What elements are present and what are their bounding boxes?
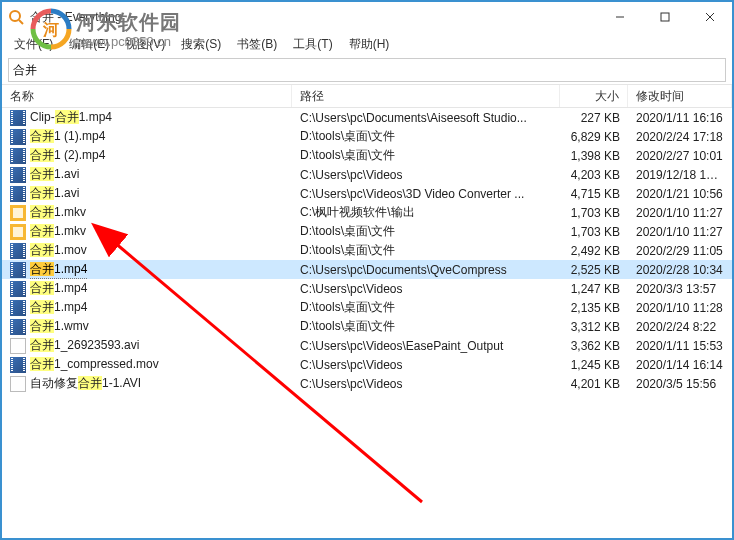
file-size: 4,203 KB [560, 168, 628, 182]
file-size: 227 KB [560, 111, 628, 125]
file-path: C:\Users\pc\Videos [292, 358, 560, 372]
file-size: 1,398 KB [560, 149, 628, 163]
file-name: 合并1.wmv [30, 318, 89, 335]
file-size: 2,492 KB [560, 244, 628, 258]
file-path: C:\Users\pc\Videos [292, 282, 560, 296]
file-row[interactable]: 合并1 (2).mp4D:\tools\桌面\文件1,398 KB2020/2/… [2, 146, 732, 165]
avi2-file-icon [10, 338, 26, 354]
file-date: 2020/2/24 8:22 [628, 320, 732, 334]
file-date: 2020/1/21 10:56 [628, 187, 732, 201]
svg-point-0 [10, 11, 20, 21]
file-row[interactable]: 合并1.movD:\tools\桌面\文件2,492 KB2020/2/29 1… [2, 241, 732, 260]
file-path: C:\枫叶视频软件\输出 [292, 204, 560, 221]
video-file-icon [10, 129, 26, 145]
col-header-date[interactable]: 修改时间 [628, 85, 732, 107]
video-file-icon [10, 300, 26, 316]
file-date: 2020/1/10 11:28 [628, 301, 732, 315]
file-name: 合并1.mp4 [30, 299, 87, 316]
file-size: 1,245 KB [560, 358, 628, 372]
file-row[interactable]: 合并1 (1).mp4D:\tools\桌面\文件6,829 KB2020/2/… [2, 127, 732, 146]
file-path: D:\tools\桌面\文件 [292, 128, 560, 145]
video-file-icon [10, 319, 26, 335]
file-row[interactable]: 合并1.mp4C:\Users\pc\Documents\QveCompress… [2, 260, 732, 279]
file-row[interactable]: 合并1.aviC:\Users\pc\Videos4,203 KB2019/12… [2, 165, 732, 184]
file-date: 2020/1/14 16:14 [628, 358, 732, 372]
menu-edit[interactable]: 编辑(E) [63, 34, 115, 55]
file-size: 1,247 KB [560, 282, 628, 296]
file-date: 2019/12/18 11:30 [628, 168, 732, 182]
file-row[interactable]: Clip-合并1.mp4C:\Users\pc\Documents\Aisees… [2, 108, 732, 127]
file-size: 3,362 KB [560, 339, 628, 353]
file-name: 合并1.mkv [30, 204, 86, 221]
file-path: D:\tools\桌面\文件 [292, 318, 560, 335]
file-row[interactable]: 合并1.mkvC:\枫叶视频软件\输出1,703 KB2020/1/10 11:… [2, 203, 732, 222]
video-file-icon [10, 186, 26, 202]
file-row[interactable]: 合并1_26923593.aviC:\Users\pc\Videos\EaseP… [2, 336, 732, 355]
file-name: 合并1.mkv [30, 223, 86, 240]
search-input[interactable] [13, 63, 721, 77]
file-name: 合并1 (1).mp4 [30, 128, 105, 145]
video-file-icon [10, 281, 26, 297]
file-name: 合并1.mov [30, 242, 87, 259]
svg-rect-3 [661, 13, 669, 21]
column-headers: 名称 路径 大小 修改时间 [2, 84, 732, 108]
file-name: Clip-合并1.mp4 [30, 109, 112, 126]
file-path: C:\Users\pc\Videos\EasePaint_Output [292, 339, 560, 353]
window-title: 合并 - Everything [30, 9, 121, 26]
menu-bookmark[interactable]: 书签(B) [231, 34, 283, 55]
file-row[interactable]: 合并1_compressed.movC:\Users\pc\Videos1,24… [2, 355, 732, 374]
menu-help[interactable]: 帮助(H) [343, 34, 396, 55]
file-date: 2020/3/5 15:56 [628, 377, 732, 391]
col-header-name[interactable]: 名称 [2, 85, 292, 107]
file-date: 2020/1/10 11:27 [628, 206, 732, 220]
menubar: 文件(F) 编辑(E) 视图(V) 搜索(S) 书签(B) 工具(T) 帮助(H… [2, 32, 732, 56]
col-header-size[interactable]: 大小 [560, 85, 628, 107]
video-file-icon [10, 148, 26, 164]
file-date: 2020/1/10 11:27 [628, 225, 732, 239]
file-size: 3,312 KB [560, 320, 628, 334]
minimize-button[interactable] [597, 2, 642, 32]
file-path: D:\tools\桌面\文件 [292, 147, 560, 164]
file-name: 合并1.avi [30, 185, 79, 202]
file-path: D:\tools\桌面\文件 [292, 299, 560, 316]
file-size: 2,525 KB [560, 263, 628, 277]
file-row[interactable]: 自动修复合并1-1.AVIC:\Users\pc\Videos4,201 KB2… [2, 374, 732, 393]
file-path: D:\tools\桌面\文件 [292, 242, 560, 259]
file-path: C:\Users\pc\Videos [292, 168, 560, 182]
file-row[interactable]: 合并1.mp4C:\Users\pc\Videos1,247 KB2020/3/… [2, 279, 732, 298]
file-name: 合并1.avi [30, 166, 79, 183]
file-path: C:\Users\pc\Videos [292, 377, 560, 391]
file-date: 2020/2/24 17:18 [628, 130, 732, 144]
file-size: 1,703 KB [560, 206, 628, 220]
file-date: 2020/1/11 15:53 [628, 339, 732, 353]
file-path: D:\tools\桌面\文件 [292, 223, 560, 240]
menu-tools[interactable]: 工具(T) [287, 34, 338, 55]
file-path: C:\Users\pc\Documents\QveCompress [292, 263, 560, 277]
file-row[interactable]: 合并1.aviC:\Users\pc\Videos\3D Video Conve… [2, 184, 732, 203]
file-name: 合并1.mp4 [30, 280, 87, 297]
menu-file[interactable]: 文件(F) [8, 34, 59, 55]
app-icon [8, 9, 24, 25]
video-file-icon [10, 243, 26, 259]
mkv-file-icon [10, 205, 26, 221]
file-date: 2020/2/29 11:05 [628, 244, 732, 258]
file-name: 自动修复合并1-1.AVI [30, 375, 141, 392]
file-row[interactable]: 合并1.mp4D:\tools\桌面\文件2,135 KB2020/1/10 1… [2, 298, 732, 317]
mkv-file-icon [10, 224, 26, 240]
video-file-icon [10, 167, 26, 183]
file-size: 6,829 KB [560, 130, 628, 144]
menu-view[interactable]: 视图(V) [119, 34, 171, 55]
svg-line-1 [19, 20, 23, 24]
file-date: 2020/2/28 10:34 [628, 263, 732, 277]
maximize-button[interactable] [642, 2, 687, 32]
file-row[interactable]: 合并1.mkvD:\tools\桌面\文件1,703 KB2020/1/10 1… [2, 222, 732, 241]
col-header-path[interactable]: 路径 [292, 85, 560, 107]
avi2-file-icon [10, 376, 26, 392]
file-name: 合并1 (2).mp4 [30, 147, 105, 164]
file-list[interactable]: Clip-合并1.mp4C:\Users\pc\Documents\Aisees… [2, 108, 732, 538]
file-row[interactable]: 合并1.wmvD:\tools\桌面\文件3,312 KB2020/2/24 8… [2, 317, 732, 336]
close-button[interactable] [687, 2, 732, 32]
file-date: 2020/3/3 13:57 [628, 282, 732, 296]
search-box[interactable] [8, 58, 726, 82]
menu-search[interactable]: 搜索(S) [175, 34, 227, 55]
